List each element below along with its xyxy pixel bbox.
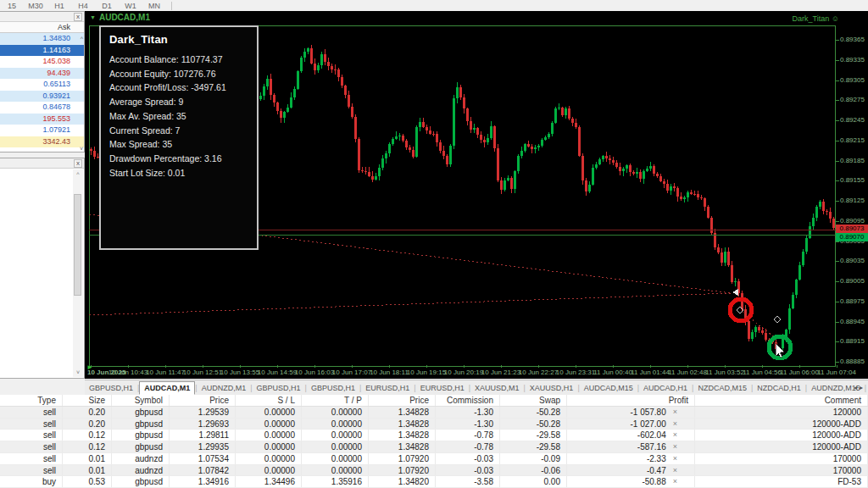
x-axis-label: 11 Jun 02:48 (668, 369, 707, 376)
candle (693, 191, 696, 196)
tab-xauusd-m1[interactable]: XAUUSD,M1 (470, 382, 524, 394)
candle (348, 91, 350, 108)
close-position-icon[interactable]: × (673, 430, 677, 441)
y-axis-tick (836, 40, 839, 41)
timeframe-button-15[interactable]: 15 (0, 2, 24, 10)
tab-eurusd-h1[interactable]: EURUSD,H1 (361, 382, 414, 394)
candle (636, 168, 638, 179)
market-watch-row[interactable]: 0.84678 (0, 102, 84, 114)
tab-audnzd-m1[interactable]: AUDNZD,M1 (198, 382, 251, 394)
y-axis-label: 0.89035 (840, 257, 865, 264)
market-watch-panel: x Ask 1.348301.14163145.03894.4390.65113… (0, 11, 85, 152)
tab-scroll-arrows[interactable]: ◂▸ (854, 384, 865, 391)
candle (622, 167, 625, 176)
scroll-up-icon[interactable]: ^ (73, 171, 83, 177)
candle (358, 137, 360, 173)
candle (378, 164, 381, 180)
market-watch-row[interactable]: 145.038 (0, 56, 84, 68)
bid-price-tag: 0.89073 (836, 225, 868, 233)
close-position-icon[interactable]: × (673, 453, 677, 464)
order-row[interactable]: sell0.12gbpusd1.298110.000000.000001.348… (0, 430, 868, 441)
market-watch-row[interactable]: 1.34830 (0, 33, 84, 45)
navigator-scrollbar[interactable]: ^ ˅ (73, 169, 83, 377)
x-axis-tick (725, 365, 726, 368)
ask-value: 1.34830 (42, 34, 70, 42)
tab-xauusd-h1[interactable]: XAUUSD,H1 (526, 382, 578, 394)
market-watch-row[interactable]: 1.14163 (0, 45, 84, 57)
order-row[interactable]: sell0.01audnzd1.075340.000000.000001.079… (0, 453, 868, 465)
timeframe-button-mn[interactable]: MN (142, 2, 166, 10)
scroll-down-icon[interactable]: ˅ (73, 369, 83, 375)
market-watch-row[interactable]: 3342.43 (0, 136, 84, 148)
timeframe-button-d1[interactable]: D1 (95, 2, 119, 10)
close-icon[interactable]: x (74, 13, 82, 21)
tab-audcad-m1[interactable]: AUDCAD,M1 (139, 381, 195, 395)
candle (653, 164, 655, 177)
ask-value: 3342.43 (42, 137, 70, 146)
order-cell: -0.09 (500, 453, 567, 464)
candle (748, 318, 750, 341)
tab-eurusd-h1[interactable]: EURUSD,H1 (416, 382, 469, 394)
order-cell: sell (0, 441, 63, 452)
tab-scroll-left-icon[interactable]: ◂ (854, 384, 860, 391)
tab-gbpusd-h1[interactable]: GBPUSD,H1 (253, 382, 305, 394)
timeframe-button-h4[interactable]: H4 (71, 2, 95, 10)
order-row[interactable]: sell0.20gbpusd1.295390.000000.000001.348… (0, 407, 868, 419)
trendline[interactable] (89, 293, 732, 315)
candle (497, 144, 499, 182)
scroll-down-icon[interactable]: ˅ (80, 146, 83, 152)
ask-column-header[interactable]: Ask (0, 22, 84, 33)
market-watch-row[interactable]: 0.93921 (0, 91, 84, 103)
candle (558, 103, 560, 110)
close-position-icon[interactable]: × (673, 465, 677, 476)
candle (815, 205, 818, 221)
timeframe-button-h1[interactable]: H1 (47, 2, 71, 10)
chart-symbol-title[interactable]: ▼ AUDCAD,M1 (90, 13, 150, 22)
candle (493, 125, 496, 152)
tab-nzdcad-m15[interactable]: NZDCAD,M15 (693, 382, 751, 394)
market-watch-row[interactable]: 1.07921 (0, 125, 84, 136)
candle (710, 216, 713, 235)
order-cell: 0.00000 (236, 441, 302, 452)
order-row[interactable]: sell0.20gbpusd1.296930.000000.000001.348… (0, 419, 868, 430)
order-cell: -3.58 (436, 476, 500, 487)
candle (575, 119, 577, 130)
tab-audcad-m15[interactable]: AUDCAD,M15 (580, 382, 637, 394)
close-position-icon[interactable]: × (673, 419, 677, 430)
market-watch-row[interactable]: 0.65113 (0, 79, 84, 91)
y-axis-tick (836, 302, 839, 302)
x-axis-label: 10 Jun 22:27 (519, 369, 558, 376)
tab-audcad-h1[interactable]: AUDCAD,H1 (639, 382, 692, 394)
market-watch-row[interactable]: 195.553 (0, 114, 84, 125)
tab-scroll-right-icon[interactable]: ▸ (860, 384, 865, 391)
close-icon[interactable]: x (74, 159, 82, 168)
scroll-up-icon[interactable]: ^ (81, 36, 83, 42)
order-cell: 0.12 (63, 430, 112, 441)
x-axis-tick (799, 365, 800, 368)
timeframe-button-w1[interactable]: W1 (119, 2, 142, 10)
order-row[interactable]: sell0.01audnzd1.078420.000000.000001.079… (0, 465, 868, 477)
candle (812, 214, 815, 231)
x-axis-tick (352, 365, 353, 368)
order-row[interactable]: buy0.53gbpusd1.349161.344961.359161.3482… (0, 476, 868, 488)
close-position-icon[interactable]: × (673, 476, 677, 487)
candle (578, 125, 581, 157)
candle (422, 118, 425, 128)
close-position-icon[interactable]: × (673, 441, 677, 452)
tab-nzdcad-h1[interactable]: NZDCAD,H1 (753, 382, 805, 394)
orders-header-cell: Symbol (112, 395, 170, 406)
ea-brand-text: Dark_Titan (793, 14, 830, 23)
tab-gbpusd-h1[interactable]: GBPUSD,H1 (85, 382, 137, 394)
x-axis-tick (613, 365, 614, 368)
toolbar-divider (171, 2, 172, 10)
timeframe-button-m30[interactable]: M30 (24, 2, 47, 10)
candle (598, 158, 601, 165)
y-axis-label: 0.89275 (840, 96, 865, 103)
order-row[interactable]: sell0.12gbpusd1.299350.000000.000001.348… (0, 441, 868, 453)
tab-gbpusd-h1[interactable]: GBPUSD,H1 (307, 382, 359, 394)
chevron-down-icon: ▼ (90, 14, 96, 20)
close-position-icon[interactable]: × (673, 407, 677, 418)
y-axis-tick (836, 80, 839, 81)
scrollbar-thumb[interactable] (74, 194, 81, 296)
market-watch-row[interactable]: 94.439 (0, 68, 84, 80)
